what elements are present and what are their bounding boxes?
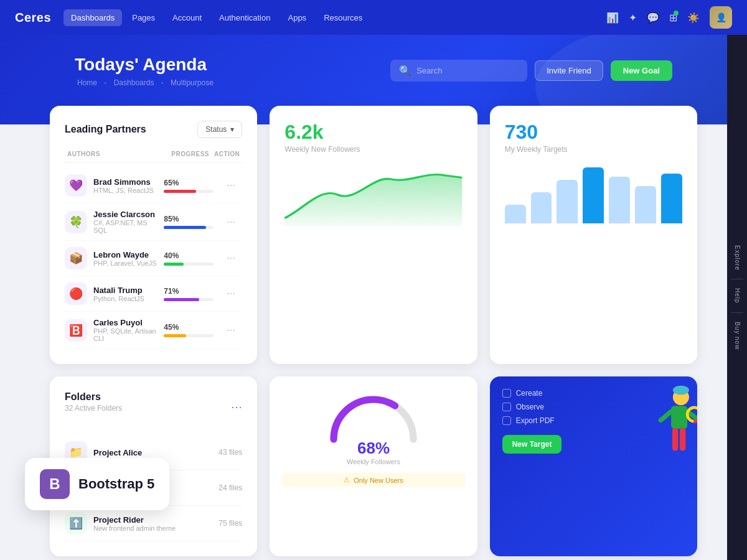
nav-pages[interactable]: Pages xyxy=(125,9,162,26)
new-target-button[interactable]: New Target xyxy=(502,435,562,454)
progress-section: 45% xyxy=(164,323,214,337)
list-item: ⬆️ Project Rider New frontend admin them… xyxy=(65,506,242,541)
bar-chart-icon[interactable]: 📊 xyxy=(606,12,619,24)
nav-account[interactable]: Account xyxy=(165,9,209,26)
action-dots[interactable]: ⋯ xyxy=(220,253,242,263)
folder-name: Project Alice xyxy=(93,448,142,457)
avatar[interactable]: 👤 xyxy=(710,6,732,29)
breadcrumb-multipurpose[interactable]: Multipurpose xyxy=(171,78,214,87)
action-dots[interactable]: ⋯ xyxy=(220,180,242,190)
action-dots[interactable]: ⋯ xyxy=(220,325,242,335)
warning-icon: ⚠ xyxy=(344,476,350,484)
search-bar[interactable]: 🔍 xyxy=(390,60,527,82)
right-sidebar: Explore Help Buy now xyxy=(727,35,747,560)
col-authors: AUTHORS xyxy=(67,151,166,157)
author-avatar: 📦 xyxy=(65,247,87,269)
nav-authentication[interactable]: Authentication xyxy=(212,9,278,26)
table-headers: AUTHORS PROGRESS ACTION xyxy=(65,151,242,163)
nav-dashboards[interactable]: Dashboards xyxy=(63,9,122,26)
grid-icon[interactable]: ⊞ xyxy=(669,12,677,24)
progress-bar-bg xyxy=(164,334,214,337)
svg-rect-5 xyxy=(672,427,678,450)
table-row: 🔴 Natali Trump Python, ReactJS 71% ⋯ xyxy=(65,276,242,312)
bar-item xyxy=(531,192,552,223)
progress-bar-bg xyxy=(164,263,214,266)
table-row: 📦 Lebron Wayde PHP, Laravel, VueJS 40% ⋯ xyxy=(65,241,242,276)
folder-desc: New frontend admin theme xyxy=(93,525,176,532)
author-name: Lebron Wayde xyxy=(93,250,157,259)
author-name: Carles Puyol xyxy=(93,318,157,327)
author-skills: HTML, JS, ReactJS xyxy=(93,187,157,194)
progress-percentage: 85% xyxy=(164,215,214,223)
nav-resources[interactable]: Resources xyxy=(316,9,370,26)
new-goal-button[interactable]: New Goal xyxy=(611,60,672,81)
weekly-followers-card: 6.2k Weekly New Followers xyxy=(270,106,477,364)
status-dropdown[interactable]: Status ▾ xyxy=(197,121,242,138)
checkbox-observe[interactable] xyxy=(502,403,511,411)
svg-line-3 xyxy=(660,411,671,420)
author-avatar: 💜 xyxy=(65,174,87,197)
bootstrap-icon: B xyxy=(40,469,70,499)
author-info: Jessie Clarcson C#, ASP.NET, MS SQL xyxy=(93,210,157,234)
progress-section: 65% xyxy=(164,179,214,193)
breadcrumb-dashboards[interactable]: Dashboards xyxy=(114,78,154,87)
bar-item xyxy=(635,186,656,223)
search-input[interactable] xyxy=(416,66,519,75)
action-dots[interactable]: ⋯ xyxy=(220,217,242,227)
progress-section: 71% xyxy=(164,287,214,301)
navbar: Ceres Dashboards Pages Account Authentic… xyxy=(0,0,747,35)
author-name: Jessie Clarcson xyxy=(93,210,157,219)
target-action-card: Cereate Observe Export PDF New Target xyxy=(490,376,697,556)
sidebar-help[interactable]: Help xyxy=(734,279,741,312)
hero-actions: 🔍 Invite Friend New Goal xyxy=(390,60,672,82)
progress-bar-fill xyxy=(164,263,184,266)
author-avatar: 🔴 xyxy=(65,282,87,305)
bootstrap-overlay: B Bootstrap 5 xyxy=(25,458,169,510)
weekly-targets-number: 730 xyxy=(505,121,682,144)
notification-dot xyxy=(674,11,679,16)
followers-chart xyxy=(284,164,462,226)
bar-rect xyxy=(635,186,656,223)
breadcrumb: Home - Dashboards - Multipurpose xyxy=(75,78,672,87)
nav-apps[interactable]: Apps xyxy=(280,9,314,26)
chevron-down-icon: ▾ xyxy=(230,125,234,134)
progress-percentage: 45% xyxy=(164,323,214,332)
bar-rect xyxy=(661,174,682,223)
invite-friend-button[interactable]: Invite Friend xyxy=(535,60,603,81)
checkbox-export-pdf[interactable] xyxy=(502,416,511,425)
progress-bar-fill xyxy=(164,298,199,301)
breadcrumb-home[interactable]: Home xyxy=(77,78,97,87)
leading-partners-title: Leading Partners xyxy=(65,124,146,135)
sun-icon[interactable]: ☀️ xyxy=(687,12,700,24)
bar-item xyxy=(505,205,526,223)
folder-dots-icon[interactable]: ⋯ xyxy=(231,400,242,414)
author-info: Carles Puyol PHP, SQLite, Artisan CLI xyxy=(93,318,157,342)
bar-item xyxy=(661,174,682,223)
author-name: Natali Trump xyxy=(93,286,157,295)
author-skills: PHP, Laravel, VueJS xyxy=(93,259,157,267)
sidebar-explore[interactable]: Explore xyxy=(734,236,741,279)
bar-item xyxy=(609,177,630,223)
action-dots[interactable]: ⋯ xyxy=(220,289,242,299)
table-row: 🍀 Jessie Clarcson C#, ASP.NET, MS SQL 85… xyxy=(65,203,242,241)
sidebar-buy-now[interactable]: Buy now xyxy=(734,313,741,358)
gauge-badge: ⚠ Only New Users xyxy=(282,473,464,487)
folders-title: Folders xyxy=(65,391,122,403)
checkbox-cereate[interactable] xyxy=(502,389,511,398)
svg-rect-6 xyxy=(680,427,685,450)
folder-files: 75 files xyxy=(218,519,242,528)
bootstrap-title: Bootstrap 5 xyxy=(78,476,154,492)
nav-links: Dashboards Pages Account Authentication … xyxy=(63,9,606,26)
sparkle-icon[interactable]: ✦ xyxy=(629,12,637,24)
folder-icon: ⬆️ xyxy=(65,512,87,534)
bar-rect xyxy=(557,180,578,223)
folder-files: 43 files xyxy=(218,448,242,457)
gauge-badge-text: Only New Users xyxy=(354,477,403,484)
gauge-card: 68% Weekly Followers ⚠ Only New Users xyxy=(270,376,477,556)
author-rows: 💜 Brad Simmons HTML, JS, ReactJS 65% ⋯ 🍀… xyxy=(65,168,242,349)
chat-icon[interactable]: 💬 xyxy=(647,12,659,24)
progress-percentage: 65% xyxy=(164,179,214,187)
search-icon: 🔍 xyxy=(399,65,411,77)
leading-partners-header: Leading Partners Status ▾ xyxy=(65,121,242,138)
nav-icons: 📊 ✦ 💬 ⊞ ☀️ 👤 xyxy=(606,6,732,29)
